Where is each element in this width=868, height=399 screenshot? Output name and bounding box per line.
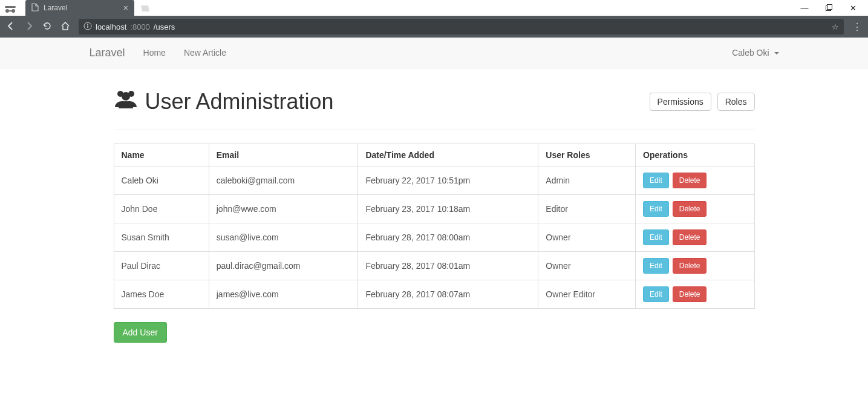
user-name: Caleb Oki <box>732 48 769 58</box>
cell-datetime: February 22, 2017 10:51pm <box>358 167 538 195</box>
tab-title: Laravel <box>44 4 119 12</box>
delete-button[interactable]: Delete <box>673 173 707 188</box>
col-ops: Operations <box>636 144 754 167</box>
url-host: localhost <box>96 22 126 31</box>
users-table: Name Email Date/Time Added User Roles Op… <box>114 143 755 309</box>
table-row: Caleb Okicaleboki@gmail.comFebruary 22, … <box>114 167 754 195</box>
add-user-button[interactable]: Add User <box>114 322 167 343</box>
page-header: User Administration Permissions Roles <box>114 87 755 130</box>
table-row: James Doejames@live.comFebruary 28, 2017… <box>114 280 754 309</box>
edit-button[interactable]: Edit <box>643 201 669 217</box>
cell-datetime: February 23, 2017 10:18am <box>358 195 538 223</box>
cell-roles: Admin <box>538 167 636 195</box>
cell-name: James Doe <box>114 280 209 309</box>
close-window-button[interactable]: ✕ <box>849 4 857 13</box>
cell-roles: Editor <box>538 195 636 223</box>
cell-name: John Doe <box>114 195 209 223</box>
col-datetime: Date/Time Added <box>358 144 538 167</box>
address-bar[interactable]: localhost:8000/users ☆ <box>79 19 844 35</box>
cell-email: paul.dirac@gmail.com <box>209 252 358 280</box>
svg-point-7 <box>87 24 88 25</box>
roles-button[interactable]: Roles <box>717 93 755 111</box>
browser-tabstrip: Laravel × — ✕ <box>0 0 868 16</box>
nav-link-new-article[interactable]: New Article <box>175 39 235 67</box>
users-icon <box>114 87 138 116</box>
incognito-icon <box>4 4 17 15</box>
cell-datetime: February 28, 2017 08:07am <box>358 280 538 309</box>
table-row: Susan Smithsusan@live.comFebruary 28, 20… <box>114 223 754 252</box>
col-email: Email <box>209 144 358 167</box>
edit-button[interactable]: Edit <box>643 229 669 245</box>
svg-rect-3 <box>8 10 12 12</box>
svg-point-11 <box>122 92 130 101</box>
cell-email: james@live.com <box>209 280 358 309</box>
bookmark-star-icon[interactable]: ☆ <box>832 22 839 31</box>
cell-operations: EditDelete <box>636 223 754 252</box>
svg-rect-0 <box>5 6 16 8</box>
edit-button[interactable]: Edit <box>643 258 669 274</box>
delete-button[interactable]: Delete <box>673 201 707 217</box>
forward-button[interactable] <box>24 21 34 33</box>
close-tab-icon[interactable]: × <box>123 3 128 13</box>
page-title: User Administration <box>114 87 334 116</box>
new-tab-button[interactable] <box>139 3 150 16</box>
caret-down-icon <box>774 52 779 54</box>
delete-button[interactable]: Delete <box>673 258 707 274</box>
info-icon[interactable] <box>83 22 92 32</box>
delete-button[interactable]: Delete <box>673 286 707 302</box>
cell-email: caleboki@gmail.com <box>209 167 358 195</box>
cell-operations: EditDelete <box>636 167 754 195</box>
browser-toolbar: localhost:8000/users ☆ ⋮ <box>0 16 868 38</box>
minimize-button[interactable]: — <box>800 4 809 13</box>
cell-roles: Owner <box>538 223 636 252</box>
svg-rect-5 <box>827 5 832 10</box>
cell-name: Paul Dirac <box>114 252 209 280</box>
svg-rect-8 <box>87 25 88 28</box>
cell-operations: EditDelete <box>636 252 754 280</box>
permissions-button[interactable]: Permissions <box>650 93 711 111</box>
col-name: Name <box>114 144 209 167</box>
user-menu[interactable]: Caleb Oki <box>723 39 788 67</box>
maximize-button[interactable] <box>824 4 833 13</box>
browser-tab[interactable]: Laravel × <box>25 0 134 16</box>
col-roles: User Roles <box>538 144 636 167</box>
cell-name: Caleb Oki <box>114 167 209 195</box>
reload-button[interactable] <box>42 21 52 33</box>
home-button[interactable] <box>60 21 70 33</box>
cell-roles: Owner <box>538 252 636 280</box>
edit-button[interactable]: Edit <box>643 173 669 188</box>
nav-link-home[interactable]: Home <box>134 39 175 67</box>
page-container: User Administration Permissions Roles Na… <box>114 68 755 343</box>
page-title-text: User Administration <box>145 89 334 114</box>
header-buttons: Permissions Roles <box>646 93 755 111</box>
table-header-row: Name Email Date/Time Added User Roles Op… <box>114 144 754 167</box>
brand-link[interactable]: Laravel <box>80 38 134 68</box>
cell-operations: EditDelete <box>636 280 754 309</box>
delete-button[interactable]: Delete <box>673 229 707 245</box>
cell-roles: Owner Editor <box>538 280 636 309</box>
window-controls: — ✕ <box>789 0 868 16</box>
cell-email: john@wwe.com <box>209 195 358 223</box>
cell-datetime: February 28, 2017 08:00am <box>358 223 538 252</box>
table-row: John Doejohn@wwe.comFebruary 23, 2017 10… <box>114 195 754 223</box>
file-icon <box>31 3 39 13</box>
app-navbar: Laravel Home New Article Caleb Oki <box>0 38 868 68</box>
cell-name: Susan Smith <box>114 223 209 252</box>
table-row: Paul Diracpaul.dirac@gmail.comFebruary 2… <box>114 252 754 280</box>
url-path: /users <box>154 22 175 31</box>
edit-button[interactable]: Edit <box>643 286 669 302</box>
cell-datetime: February 28, 2017 08:01am <box>358 252 538 280</box>
cell-operations: EditDelete <box>636 195 754 223</box>
url-port: :8000 <box>130 22 150 31</box>
browser-menu-button[interactable]: ⋮ <box>852 21 862 33</box>
back-button[interactable] <box>6 21 16 33</box>
cell-email: susan@live.com <box>209 223 358 252</box>
